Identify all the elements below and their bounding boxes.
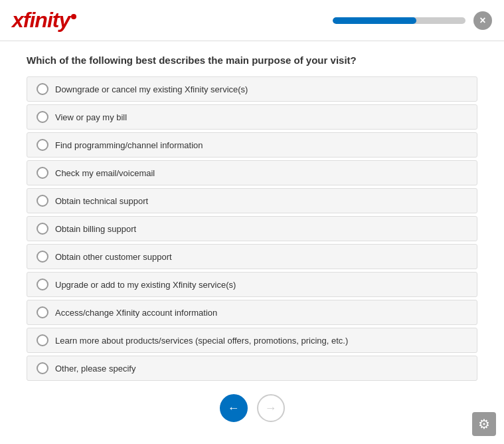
- option-label: Upgrade or add to my existing Xfinity se…: [55, 280, 236, 290]
- radio-circle: [37, 83, 48, 95]
- radio-circle: [37, 111, 48, 123]
- options-list: Downgrade or cancel my existing Xfinity …: [27, 76, 477, 381]
- option-item[interactable]: Access/change Xfinity account informatio…: [27, 300, 477, 325]
- logo-dot: [71, 14, 76, 19]
- option-item[interactable]: Learn more about products/services (spec…: [27, 328, 477, 353]
- nav-buttons: ← →: [27, 394, 477, 422]
- option-item[interactable]: Other, please specify: [27, 356, 477, 381]
- radio-circle: [37, 195, 48, 207]
- option-label: Other, please specify: [55, 364, 135, 374]
- radio-circle: [37, 167, 48, 179]
- close-button[interactable]: ×: [473, 11, 492, 30]
- option-label: Downgrade or cancel my existing Xfinity …: [55, 84, 248, 94]
- header-right: ×: [333, 11, 492, 30]
- radio-circle: [37, 278, 48, 290]
- radio-circle: [37, 306, 48, 318]
- radio-circle: [37, 139, 48, 151]
- option-item[interactable]: Downgrade or cancel my existing Xfinity …: [27, 76, 477, 102]
- option-label: Obtain other customer support: [55, 252, 172, 262]
- option-label: Obtain billing support: [55, 224, 136, 234]
- option-label: Find programming/channel information: [55, 140, 203, 150]
- option-item[interactable]: Obtain billing support: [27, 216, 477, 241]
- radio-circle: [37, 334, 48, 346]
- radio-circle: [37, 251, 48, 263]
- main-content: Which of the following best describes th…: [0, 41, 504, 435]
- option-item[interactable]: Obtain other customer support: [27, 244, 477, 269]
- radio-circle: [37, 362, 48, 374]
- option-label: Obtain technical support: [55, 196, 148, 206]
- logo: xfinity: [12, 8, 76, 33]
- option-item[interactable]: View or pay my bill: [27, 104, 477, 130]
- header: xfinity ×: [0, 0, 504, 41]
- back-button[interactable]: ←: [220, 394, 248, 422]
- option-label: View or pay my bill: [55, 112, 127, 122]
- radio-circle: [37, 223, 48, 235]
- survey-question: Which of the following best describes th…: [27, 55, 477, 66]
- option-item[interactable]: Upgrade or add to my existing Xfinity se…: [27, 272, 477, 297]
- option-label: Learn more about products/services (spec…: [55, 336, 348, 346]
- option-label: Check my email/voicemail: [55, 168, 155, 178]
- option-item[interactable]: Find programming/channel information: [27, 132, 477, 158]
- progress-bar-fill: [333, 17, 416, 24]
- forward-button[interactable]: →: [257, 394, 285, 422]
- option-label: Access/change Xfinity account informatio…: [55, 308, 217, 318]
- option-item[interactable]: Obtain technical support: [27, 188, 477, 213]
- progress-bar: [333, 17, 465, 24]
- option-item[interactable]: Check my email/voicemail: [27, 160, 477, 185]
- settings-button[interactable]: ⚙: [472, 412, 496, 436]
